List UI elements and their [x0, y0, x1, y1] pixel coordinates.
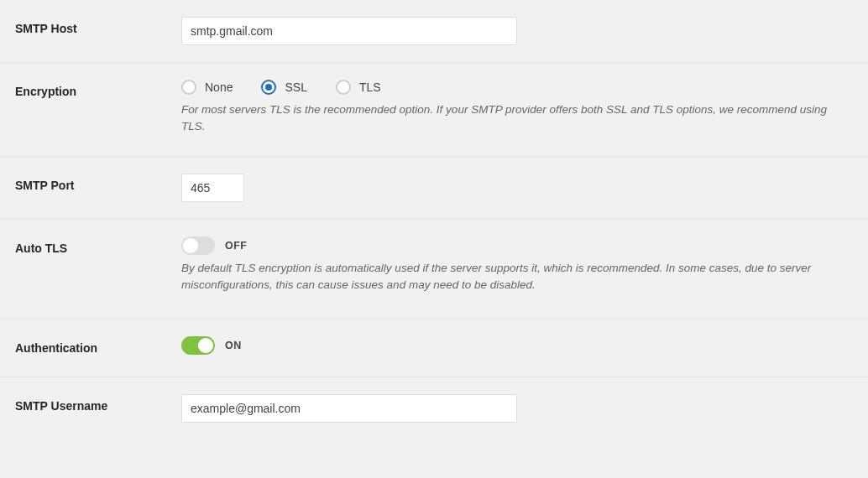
authentication-field: ON: [181, 336, 853, 360]
authentication-toggle-wrap: ON: [181, 336, 853, 355]
encryption-ssl-option[interactable]: SSL: [261, 80, 306, 95]
smtp-port-input[interactable]: [181, 174, 244, 202]
smtp-port-label: SMTP Port: [15, 174, 181, 192]
toggle-knob-icon: [198, 338, 213, 353]
encryption-none-label: None: [205, 81, 233, 94]
encryption-tls-option[interactable]: TLS: [336, 80, 381, 95]
auto-tls-toggle-wrap: OFF: [181, 236, 853, 255]
smtp-username-field: [181, 394, 853, 423]
authentication-row: Authentication ON: [0, 320, 868, 377]
encryption-tls-label: TLS: [359, 81, 381, 94]
smtp-host-row: SMTP Host: [0, 0, 868, 63]
smtp-host-label: SMTP Host: [15, 17, 181, 35]
authentication-state: ON: [225, 340, 242, 351]
smtp-host-field: [181, 17, 853, 45]
encryption-radio-group: None SSL TLS: [181, 80, 853, 95]
encryption-row: Encryption None SSL TLS For most servers…: [0, 63, 868, 157]
encryption-none-option[interactable]: None: [181, 80, 233, 95]
encryption-ssl-label: SSL: [285, 81, 306, 94]
radio-icon: [181, 80, 196, 95]
radio-icon: [261, 80, 276, 95]
authentication-label: Authentication: [15, 336, 181, 355]
smtp-port-row: SMTP Port: [0, 157, 868, 220]
radio-icon: [336, 80, 351, 95]
smtp-username-row: SMTP Username: [0, 377, 868, 439]
auto-tls-description: By default TLS encryption is automatical…: [181, 260, 853, 294]
toggle-knob-icon: [183, 238, 198, 253]
smtp-settings-form: SMTP Host Encryption None SSL TLS: [0, 0, 868, 439]
auto-tls-label: Auto TLS: [15, 236, 181, 255]
smtp-host-input[interactable]: [181, 17, 517, 45]
auto-tls-field: OFF By default TLS encryption is automat…: [181, 236, 853, 294]
encryption-description: For most servers TLS is the recommended …: [181, 101, 853, 136]
encryption-label: Encryption: [15, 80, 181, 98]
encryption-field: None SSL TLS For most servers TLS is the…: [181, 80, 853, 136]
authentication-toggle[interactable]: [181, 336, 215, 355]
smtp-port-field: [181, 174, 853, 202]
auto-tls-toggle[interactable]: [181, 236, 215, 255]
auto-tls-row: Auto TLS OFF By default TLS encryption i…: [0, 220, 868, 320]
smtp-username-label: SMTP Username: [15, 394, 181, 413]
auto-tls-state: OFF: [225, 240, 248, 252]
smtp-username-input[interactable]: [181, 394, 517, 423]
radio-dot-icon: [265, 84, 272, 91]
